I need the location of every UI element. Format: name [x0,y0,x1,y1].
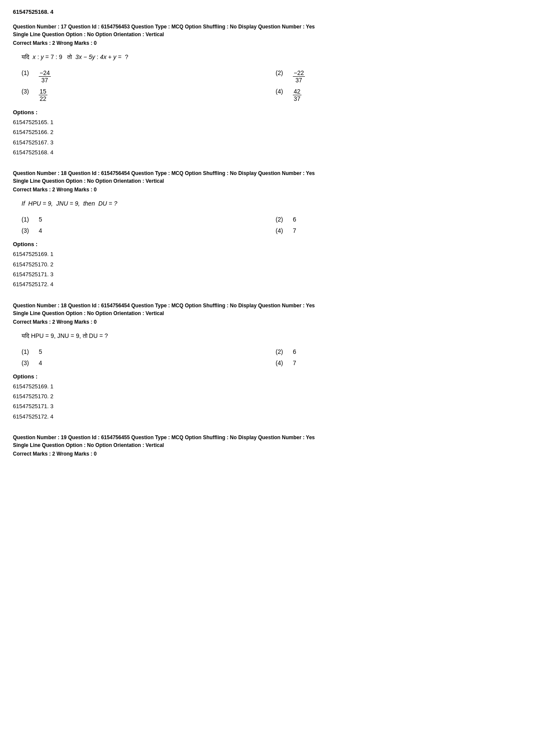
page-header: 61547525168. 4 [13,9,521,15]
question-18b-options-list: 61547525169. 1 61547525170. 2 6154752517… [13,381,521,422]
question-19-meta: Question Number : 19 Question Id : 61547… [13,434,521,449]
option-18a-1: (1) 5 [22,216,258,223]
option-17-1: (1) −24 37 [22,69,258,84]
question-18b-options-label: Options : [13,373,521,380]
question-18b-options: (1) 5 (2) 6 (3) 4 (4) 7 [22,348,512,366]
option-18b-3: (3) 4 [22,359,258,366]
option-18b-4: (4) 7 [276,359,512,366]
question-18b-marks: Correct Marks : 2 Wrong Marks : 0 [13,319,521,325]
option-18a-4: (4) 7 [276,227,512,234]
option-17-4: (4) 42 37 [276,88,512,102]
question-block-19: Question Number : 19 Question Id : 61547… [13,434,521,457]
question-block-18a: Question Number : 18 Question Id : 61547… [13,169,521,289]
question-18a-options: (1) 5 (2) 6 (3) 4 (4) 7 [22,216,512,234]
question-18b-meta: Question Number : 18 Question Id : 61547… [13,302,521,317]
question-17-meta: Question Number : 17 Question Id : 61547… [13,23,521,38]
option-17-3: (3) 15 22 [22,88,258,102]
question-17-text: यदि x : y = 7 : 9 तो 3x − 5y : 4x + y = … [22,52,521,62]
question-18b-text: यदि HPU = 9, JNU = 9, तो DU = ? [22,331,521,341]
question-18a-options-list: 61547525169. 1 61547525170. 2 6154752517… [13,249,521,290]
question-18a-options-label: Options : [13,241,521,247]
question-19-marks: Correct Marks : 2 Wrong Marks : 0 [13,451,521,457]
option-18b-2: (2) 6 [276,348,512,355]
question-18a-text: If HPU = 9, JNU = 9, then DU = ? [22,199,521,209]
option-17-2: (2) −22 37 [276,69,512,84]
question-17-marks: Correct Marks : 2 Wrong Marks : 0 [13,40,521,46]
option-18a-3: (3) 4 [22,227,258,234]
question-18a-meta: Question Number : 18 Question Id : 61547… [13,169,521,185]
option-18b-1: (1) 5 [22,348,258,355]
question-17-options-list: 61547525165. 1 61547525166. 2 6154752516… [13,117,521,158]
option-18a-2: (2) 6 [276,216,512,223]
question-17-options: (1) −24 37 (2) −22 37 (3) 15 [22,69,512,102]
question-block-18b: Question Number : 18 Question Id : 61547… [13,302,521,422]
question-block-17: Question Number : 17 Question Id : 61547… [13,23,521,157]
question-17-options-label: Options : [13,109,521,116]
question-18a-marks: Correct Marks : 2 Wrong Marks : 0 [13,187,521,193]
